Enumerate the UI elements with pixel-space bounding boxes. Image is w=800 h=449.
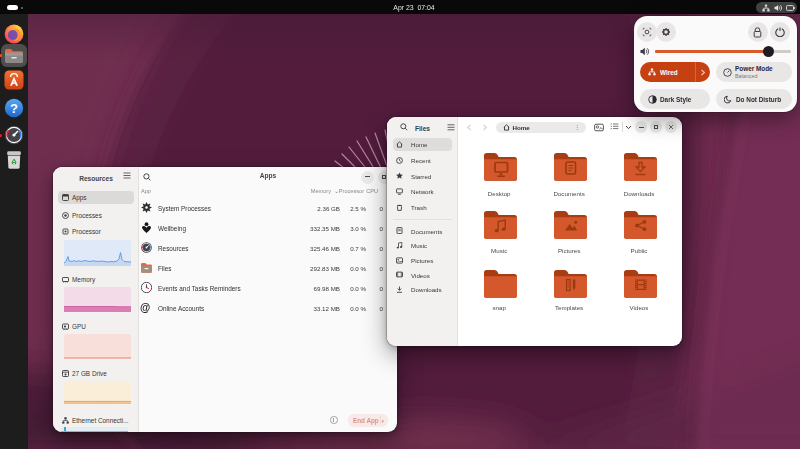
svg-text:?: ? xyxy=(10,101,18,116)
